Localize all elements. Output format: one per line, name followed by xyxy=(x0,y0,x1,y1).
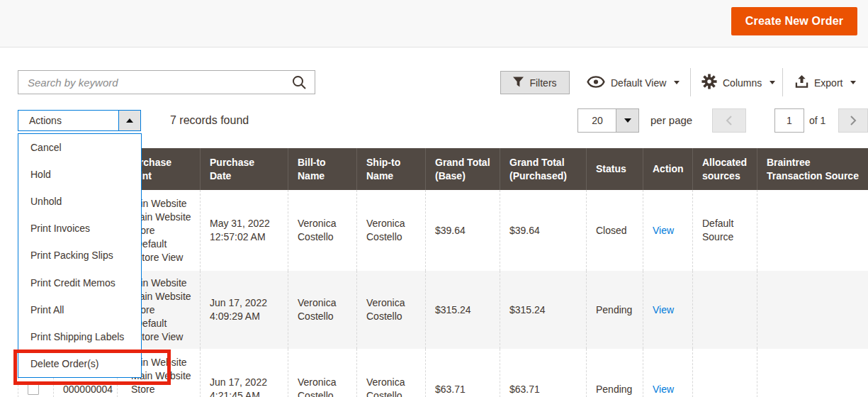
menu-item-print-invoices[interactable]: Print Invoices xyxy=(18,215,141,242)
export-icon xyxy=(795,74,808,91)
table-row: 000000004 Main Website Main Website Stor… xyxy=(18,349,868,397)
filter-funnel-icon xyxy=(513,77,524,89)
column-header-braintree[interactable]: Braintree Transaction Source xyxy=(757,148,868,190)
column-header-grand-total-base[interactable]: Grand Total (Base) xyxy=(425,148,500,190)
table-row: Main Website Main Website Store Default … xyxy=(18,190,868,271)
page-size-select[interactable]: 20 xyxy=(577,108,639,133)
table-header-row: Purchase Point Purchase Date Bill-to Nam… xyxy=(18,148,868,190)
actions-menu: Cancel Hold Unhold Print Invoices Print … xyxy=(18,133,142,378)
cell-ship-to: Veronica Costello xyxy=(356,271,425,349)
export-dropdown[interactable]: Export xyxy=(795,71,856,94)
menu-item-print-packing-slips[interactable]: Print Packing Slips xyxy=(18,242,141,269)
page-size-caret[interactable] xyxy=(616,109,638,132)
orders-table: Purchase Point Purchase Date Bill-to Nam… xyxy=(18,148,868,397)
cell-braintree xyxy=(757,190,868,271)
cell-grand-total-purchased: $39.64 xyxy=(500,190,586,271)
cell-status: Pending xyxy=(586,349,643,397)
chevron-down-icon xyxy=(850,81,856,84)
menu-item-hold[interactable]: Hold xyxy=(18,161,141,188)
cell-grand-total-base: $63.71 xyxy=(425,349,500,397)
cell-ship-to: Veronica Costello xyxy=(356,349,425,397)
menu-item-print-shipping-labels[interactable]: Print Shipping Labels xyxy=(18,323,141,350)
caret-up-icon xyxy=(126,118,133,123)
toolbar-divider xyxy=(782,68,783,96)
page-size-value: 20 xyxy=(578,109,616,132)
toolbar-divider xyxy=(690,68,691,96)
search-input[interactable] xyxy=(18,70,315,94)
column-header-bill-to[interactable]: Bill-to Name xyxy=(288,148,356,190)
table-row: Main Website Main Website Store Default … xyxy=(18,271,868,349)
chevron-down-icon xyxy=(770,81,775,84)
cell-allocated-sources: Default Source xyxy=(692,190,757,271)
columns-label: Columns xyxy=(723,77,762,89)
columns-dropdown[interactable]: Columns xyxy=(701,71,775,94)
default-view-label: Default View xyxy=(611,77,666,89)
export-label: Export xyxy=(814,77,842,89)
next-page-button[interactable] xyxy=(838,108,868,133)
records-count: 7 records found xyxy=(170,114,249,127)
menu-item-unhold[interactable]: Unhold xyxy=(18,188,141,215)
prev-page-button[interactable] xyxy=(712,108,746,133)
column-header-ship-to[interactable]: Ship-to Name xyxy=(356,148,425,190)
cell-purchase-date: Jun 17, 2022 4:21:45 AM xyxy=(200,349,288,397)
column-header-grand-total-purchased[interactable]: Grand Total (Purchased) xyxy=(500,148,586,190)
default-view-dropdown[interactable]: Default View xyxy=(587,71,680,94)
cell-grand-total-purchased: $315.24 xyxy=(500,271,586,349)
cell-ship-to: Veronica Costello xyxy=(356,190,425,271)
column-header-action[interactable]: Action xyxy=(643,148,692,190)
cell-allocated-sources xyxy=(692,349,757,397)
page-number-input[interactable] xyxy=(774,108,804,133)
search-icon[interactable] xyxy=(291,74,307,93)
view-link[interactable]: View xyxy=(653,303,674,317)
cell-purchase-date: May 31, 2022 12:57:02 AM xyxy=(200,190,288,271)
gear-icon xyxy=(701,74,717,91)
menu-item-cancel[interactable]: Cancel xyxy=(18,134,141,161)
create-new-order-button[interactable]: Create New Order xyxy=(731,7,857,35)
menu-item-print-all[interactable]: Print All xyxy=(18,296,141,323)
chevron-down-icon xyxy=(674,81,680,84)
cell-grand-total-base: $315.24 xyxy=(425,271,500,349)
actions-dropdown-button[interactable]: Actions xyxy=(18,110,141,131)
column-header-allocated-sources[interactable]: Allocated sources xyxy=(692,148,757,190)
column-header-status[interactable]: Status xyxy=(586,148,643,190)
cell-purchase-date: Jun 17, 2022 4:09:29 AM xyxy=(200,271,288,349)
view-link[interactable]: View xyxy=(653,224,674,237)
actions-caret-button[interactable] xyxy=(118,111,140,130)
menu-item-delete-orders[interactable]: Delete Order(s) xyxy=(18,350,141,377)
menu-item-print-credit-memos[interactable]: Print Credit Memos xyxy=(18,269,141,296)
cell-allocated-sources xyxy=(692,271,757,349)
cell-grand-total-purchased: $63.71 xyxy=(500,349,586,397)
per-page-label: per page xyxy=(650,114,692,126)
actions-label: Actions xyxy=(29,111,62,130)
cell-braintree xyxy=(757,271,868,349)
chevron-right-icon xyxy=(850,115,857,126)
view-link[interactable]: View xyxy=(653,383,674,396)
cell-bill-to: Veronica Costello xyxy=(288,190,356,271)
filters-label: Filters xyxy=(529,77,556,89)
cell-action: View xyxy=(643,190,692,271)
cell-grand-total-base: $39.64 xyxy=(425,190,500,271)
cell-status: Closed xyxy=(586,190,643,271)
eye-icon xyxy=(587,76,605,90)
page-total-label: of 1 xyxy=(809,115,825,126)
chevron-left-icon xyxy=(726,115,733,126)
cell-action: View xyxy=(643,349,692,397)
cell-braintree xyxy=(757,349,868,397)
search-field-wrap xyxy=(18,70,315,94)
filters-button[interactable]: Filters xyxy=(500,71,570,94)
row-checkbox[interactable] xyxy=(28,384,39,395)
caret-down-icon xyxy=(624,118,631,123)
cell-status: Pending xyxy=(586,271,643,349)
cell-bill-to: Veronica Costello xyxy=(288,349,356,397)
column-header-purchase-date[interactable]: Purchase Date xyxy=(200,148,288,190)
cell-bill-to: Veronica Costello xyxy=(288,271,356,349)
cell-action: View xyxy=(643,271,692,349)
